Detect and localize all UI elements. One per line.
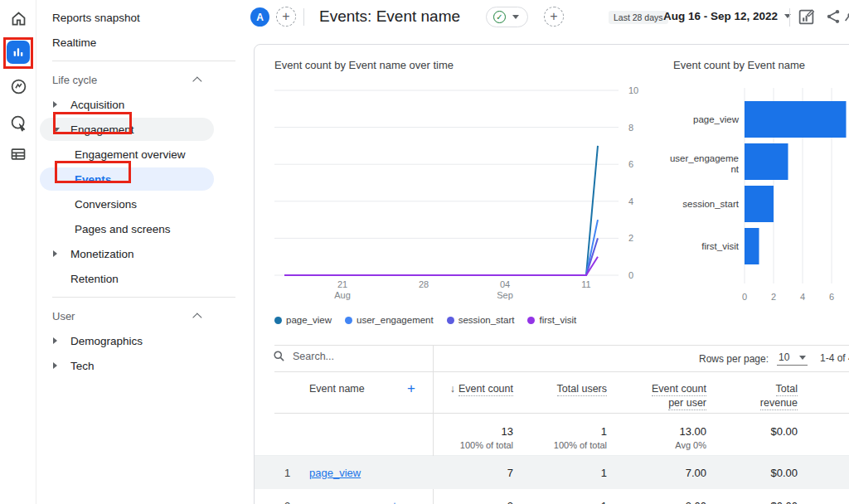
legend-dot <box>274 317 282 324</box>
share-icon[interactable] <box>825 8 842 28</box>
column-header-event-count-per-user[interactable]: Event count <box>652 383 706 395</box>
date-range-selector[interactable]: Aug 16 - Sep 12, 2022 <box>663 10 791 22</box>
insights-icon[interactable] <box>844 8 849 28</box>
sidebar-nav: Reports snapshotRealtimeLife cycleAcquis… <box>36 0 249 504</box>
svg-text:nt: nt <box>730 164 739 174</box>
header-divider <box>789 8 790 27</box>
svg-text:28: 28 <box>419 279 429 289</box>
column-header-total-revenue-line2[interactable]: revenue <box>760 397 798 409</box>
sidebar-item-retention[interactable]: Retention <box>36 266 249 291</box>
svg-text:2: 2 <box>771 292 776 302</box>
sidebar-item-realtime[interactable]: Realtime <box>36 30 249 55</box>
totals-total-users: 1 <box>601 425 607 438</box>
legend-dot <box>345 317 352 324</box>
sidebar-item-demographics[interactable]: Demographics <box>36 328 249 353</box>
sidebar-item-tech[interactable]: Tech <box>36 353 249 378</box>
sidebar-item-engagement-overview[interactable]: Engagement overview <box>36 142 249 167</box>
collapse-arrow-icon <box>53 362 57 369</box>
cell-event-count: 3 <box>507 500 513 504</box>
check-circle-icon: ✓ <box>493 11 506 23</box>
column-header-event-count[interactable]: ↓Event count <box>450 383 513 395</box>
pagination-label: 1-4 of 4 <box>820 352 849 364</box>
cell-per-user: 7.00 <box>686 467 706 479</box>
svg-text:Aug: Aug <box>334 290 351 300</box>
divider <box>274 413 849 414</box>
totals-per-user: 13.00 <box>679 425 706 438</box>
svg-text:session_start: session_start <box>682 199 740 209</box>
sidebar-item-engagement[interactable]: Engagement <box>36 117 249 142</box>
totals-event-count: 13 <box>502 425 513 438</box>
legend-label: session_start <box>458 315 515 325</box>
rows-per-page-label: Rows per page: <box>699 353 769 365</box>
svg-text:11: 11 <box>581 279 590 289</box>
header-divider <box>303 8 304 26</box>
bar-chart: 0246page_viewuser_engagementsession_star… <box>669 78 849 322</box>
collapse-arrow-icon <box>53 337 57 344</box>
nav-section-life-cycle[interactable]: Life cycle <box>36 67 249 92</box>
sidebar-item-conversions[interactable]: Conversions <box>36 191 249 216</box>
line-chart-title: Event count by Event name over time <box>274 59 454 71</box>
sidebar-item-acquisition[interactable]: Acquisition <box>36 92 249 117</box>
search-input[interactable] <box>293 351 409 362</box>
cell-event-count: 7 <box>507 467 513 479</box>
search-icon <box>273 350 285 362</box>
svg-text:6: 6 <box>628 159 633 169</box>
add-dimension-button[interactable]: + <box>407 380 415 397</box>
legend-item[interactable]: page_view <box>274 315 332 325</box>
line-chart: 024681021Aug2804Sep11 <box>266 78 648 310</box>
report-status-pill[interactable]: ✓ <box>486 7 528 27</box>
svg-text:first_visit: first_visit <box>701 241 740 251</box>
svg-text:0: 0 <box>628 270 633 280</box>
avatar[interactable]: A <box>250 7 269 27</box>
reports-icon[interactable] <box>7 41 30 64</box>
event-name-link[interactable]: page_view <box>309 467 361 479</box>
event-name-link[interactable]: user_engagement <box>309 500 396 504</box>
bar-chart-title: Event count by Event name <box>673 59 805 71</box>
customize-report-icon[interactable] <box>798 8 815 29</box>
totals-revenue: $0.00 <box>770 425 798 438</box>
legend-item[interactable]: user_engagement <box>345 315 434 325</box>
sidebar-item-reports-snapshot[interactable]: Reports snapshot <box>36 5 249 30</box>
cell-revenue: $0.00 <box>770 500 798 504</box>
sort-desc-icon: ↓ <box>450 383 455 395</box>
collapse-arrow-icon <box>53 101 57 108</box>
rows-per-page: Rows per page: 10 <box>699 351 808 366</box>
nav-section-user[interactable]: User <box>36 303 249 328</box>
sidebar-item-pages-and-screens[interactable]: Pages and screens <box>36 216 249 241</box>
chevron-down-icon <box>512 15 519 19</box>
sidebar-item-events[interactable]: Events <box>36 167 249 191</box>
column-header-total-revenue[interactable]: Total <box>776 383 798 395</box>
table-search <box>273 350 409 362</box>
cell-total-users: 1 <box>601 500 607 504</box>
totals-per-user-sub: Avg 0% <box>675 440 706 450</box>
legend-item[interactable]: first_visit <box>527 315 576 325</box>
chevron-up-icon <box>192 76 201 85</box>
chevron-up-icon <box>192 313 201 322</box>
divider <box>274 371 849 372</box>
cell-per-user: 3.00 <box>686 500 706 504</box>
rows-per-page-select[interactable]: 10 <box>777 351 808 366</box>
svg-text:21: 21 <box>337 279 347 289</box>
legend-dot <box>527 317 535 324</box>
legend-item[interactable]: session_start <box>447 315 515 325</box>
library-icon[interactable] <box>0 139 36 169</box>
column-header-event-count-per-user-line2[interactable]: per user <box>668 397 706 409</box>
column-header-total-users[interactable]: Total users <box>557 383 607 395</box>
row-number: 2 <box>284 500 290 504</box>
icon-rail <box>0 0 36 504</box>
nav-pill-bg <box>40 167 214 191</box>
add-comparison-button[interactable]: + <box>276 7 296 27</box>
sidebar-item-monetization[interactable]: Monetization <box>36 241 249 266</box>
rows-per-page-value: 10 <box>779 351 789 363</box>
explore-icon[interactable] <box>0 71 36 101</box>
totals-total-users-sub: 100% of total <box>554 440 607 450</box>
add-metric-button[interactable]: + <box>544 7 564 27</box>
home-icon[interactable] <box>0 3 36 33</box>
cell-total-users: 1 <box>601 467 607 479</box>
main-content: A + Events: Event name ✓ + Last 28 days … <box>249 0 849 504</box>
column-header-event-name[interactable]: Event name <box>309 383 365 395</box>
legend-dot <box>447 317 454 324</box>
nav-divider <box>52 297 235 298</box>
advertising-icon[interactable] <box>0 108 36 138</box>
svg-text:10: 10 <box>628 85 638 95</box>
